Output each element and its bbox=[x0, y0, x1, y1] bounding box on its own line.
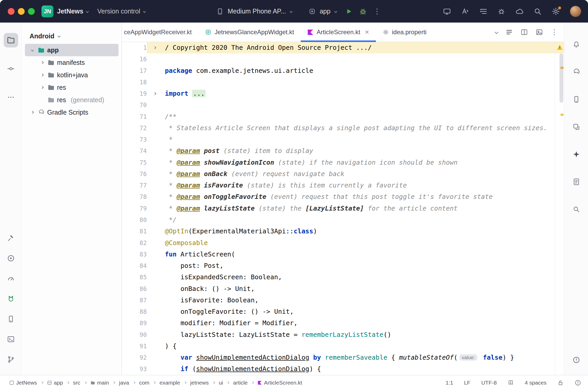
code-line[interactable]: 18 bbox=[122, 76, 564, 88]
search-everywhere-icon[interactable] bbox=[534, 7, 542, 16]
breadcrumb-item[interactable]: com bbox=[139, 380, 150, 386]
gutter-fold-area[interactable] bbox=[147, 99, 163, 111]
code-text[interactable]: modifier: Modifier = Modifier, bbox=[163, 317, 298, 329]
gutter-fold-area[interactable] bbox=[147, 306, 163, 317]
gutter-fold-area[interactable] bbox=[147, 111, 163, 122]
code-line[interactable]: 83fun ArticleScreen( bbox=[122, 249, 564, 260]
code-analysis-icon[interactable] bbox=[461, 7, 469, 16]
gutter-fold-area[interactable] bbox=[147, 88, 163, 99]
code-text[interactable]: * bbox=[163, 134, 173, 145]
code-line[interactable]: 82@Composable bbox=[122, 237, 564, 249]
code-text[interactable]: @Composable bbox=[163, 237, 208, 249]
problems-icon[interactable] bbox=[569, 353, 584, 367]
logcat-icon[interactable] bbox=[4, 291, 18, 306]
tab-idea-properties[interactable]: idea.properti bbox=[376, 23, 426, 42]
commit-icon[interactable] bbox=[4, 61, 18, 76]
breadcrumb-item[interactable]: example bbox=[159, 380, 180, 386]
line-number[interactable]: 72 bbox=[122, 122, 147, 134]
line-number[interactable]: 83 bbox=[122, 249, 147, 260]
code-line[interactable]: 71/** bbox=[122, 111, 564, 122]
code-line[interactable]: 72 * Stateless Article Screen that displ… bbox=[122, 122, 564, 134]
code-line[interactable]: 74 * @param post (state) item to display bbox=[122, 145, 564, 157]
reading-mode-icon[interactable] bbox=[508, 380, 514, 386]
code-text[interactable]: @OptIn(ExperimentalMaterial3Api::class) bbox=[163, 226, 317, 237]
more-run-options-icon[interactable]: ⋮ bbox=[374, 8, 381, 15]
close-icon[interactable]: × bbox=[365, 29, 369, 36]
line-number[interactable]: 78 bbox=[122, 191, 147, 203]
line-number[interactable]: 80 bbox=[122, 214, 147, 226]
code-text[interactable]: * @param post (state) item to display bbox=[163, 145, 313, 157]
breadcrumb-source-root[interactable]: main bbox=[90, 380, 109, 386]
device-explorer-icon[interactable] bbox=[4, 312, 18, 326]
code-line[interactable]: 87 isFavorite: Boolean, bbox=[122, 295, 564, 306]
line-number[interactable]: 17 bbox=[122, 65, 147, 76]
code-text[interactable] bbox=[163, 53, 165, 65]
code-line[interactable]: 1/ Copyright 2020 The Android Open Sourc… bbox=[122, 42, 564, 53]
code-text[interactable]: isFavorite: Boolean, bbox=[163, 295, 258, 306]
gutter-fold-area[interactable] bbox=[147, 271, 163, 283]
code-line[interactable]: 19import ... bbox=[122, 88, 564, 99]
code-text[interactable] bbox=[163, 99, 165, 111]
device-manager-tool-icon[interactable] bbox=[569, 92, 584, 107]
app-quality-insights-icon[interactable] bbox=[569, 175, 584, 189]
code-line[interactable]: 86 onBack: () -> Unit, bbox=[122, 283, 564, 295]
fold-chevron-icon[interactable] bbox=[153, 46, 156, 49]
code-text[interactable]: * @param isFavorite (state) is this item… bbox=[163, 180, 407, 191]
code-text[interactable]: / Copyright 2020 The Android Open Source… bbox=[163, 42, 372, 53]
breadcrumb-file[interactable]: ArticleScreen.kt bbox=[258, 380, 302, 386]
code-line[interactable]: 79 * @param lazyListState (state) the [L… bbox=[122, 203, 564, 214]
breadcrumb-item[interactable]: java bbox=[119, 380, 129, 386]
project-view-selector[interactable]: Android bbox=[22, 28, 122, 44]
code-line[interactable]: 17package com.example.jetnews.ui.article bbox=[122, 65, 564, 76]
device-selector[interactable]: Medium Phone AP... bbox=[216, 8, 292, 15]
gutter-fold-area[interactable] bbox=[147, 352, 163, 363]
hidden-tabs-chevron-icon[interactable] bbox=[495, 30, 498, 34]
code-line[interactable]: 84 post: Post, bbox=[122, 260, 564, 271]
code-text[interactable]: */ bbox=[163, 214, 177, 226]
build-analyzer-icon[interactable] bbox=[497, 7, 506, 16]
code-line[interactable]: 85 isExpandedScreen: Boolean, bbox=[122, 271, 564, 283]
gutter-fold-area[interactable] bbox=[147, 191, 163, 203]
debug-button[interactable] bbox=[359, 8, 367, 15]
line-number[interactable]: 86 bbox=[122, 283, 147, 295]
code-line[interactable]: 77 * @param isFavorite (state) is this i… bbox=[122, 180, 564, 191]
gutter-fold-area[interactable] bbox=[147, 134, 163, 145]
gutter-fold-area[interactable] bbox=[147, 363, 163, 375]
fold-chevron-icon[interactable] bbox=[153, 92, 156, 95]
code-text[interactable]: * @param onToggleFavorite (event) reques… bbox=[163, 191, 493, 203]
tab-glance-widget[interactable]: JetnewsGlanceAppWidget.kt bbox=[198, 23, 301, 42]
line-number[interactable]: 19 bbox=[122, 88, 147, 99]
line-number[interactable]: 82 bbox=[122, 237, 147, 249]
gemini-icon[interactable] bbox=[569, 147, 584, 162]
code-text[interactable]: lazyListState: LazyListState = rememberL… bbox=[163, 329, 391, 340]
more-editor-options-icon[interactable]: ⋮ bbox=[551, 29, 558, 36]
gutter-fold-area[interactable] bbox=[147, 180, 163, 191]
gutter-fold-area[interactable] bbox=[147, 226, 163, 237]
tree-item-gradle-scripts[interactable]: Gradle Scripts bbox=[25, 106, 118, 119]
code-text[interactable]: * @param lazyListState (state) the [Lazy… bbox=[163, 203, 458, 214]
code-text[interactable]: onBack: () -> Unit, bbox=[163, 283, 255, 295]
code-text[interactable]: /** bbox=[163, 111, 177, 122]
scrollbar-warning-mark[interactable] bbox=[561, 114, 564, 116]
line-number[interactable]: 16 bbox=[122, 53, 147, 65]
more-tool-windows-icon[interactable] bbox=[4, 90, 18, 105]
tree-item-manifests[interactable]: manifests bbox=[25, 56, 118, 69]
code-text[interactable]: import ... bbox=[163, 88, 206, 99]
gutter-fold-area[interactable] bbox=[147, 145, 163, 157]
version-control-icon[interactable] bbox=[4, 352, 18, 367]
tree-item-kotlin-java[interactable]: kotlin+java bbox=[25, 69, 118, 81]
scrollbar-warning-mark[interactable] bbox=[561, 67, 564, 69]
gutter-fold-area[interactable] bbox=[147, 249, 163, 260]
task-list-icon[interactable] bbox=[479, 7, 487, 16]
run-config-selector[interactable]: app bbox=[320, 8, 331, 15]
code-text[interactable]: var showUnimplementedActionDialog by rem… bbox=[163, 352, 514, 363]
gutter-fold-area[interactable] bbox=[147, 283, 163, 295]
code-text[interactable]: onToggleFavorite: () -> Unit, bbox=[163, 306, 294, 317]
line-number[interactable]: 1 bbox=[122, 42, 147, 53]
code-line[interactable]: 88 onToggleFavorite: () -> Unit, bbox=[122, 306, 564, 317]
run-button[interactable] bbox=[346, 8, 352, 15]
code-line[interactable]: 89 modifier: Modifier = Modifier, bbox=[122, 317, 564, 329]
line-number[interactable]: 70 bbox=[122, 99, 147, 111]
line-number[interactable]: 90 bbox=[122, 329, 147, 340]
build-icon[interactable] bbox=[4, 231, 18, 245]
